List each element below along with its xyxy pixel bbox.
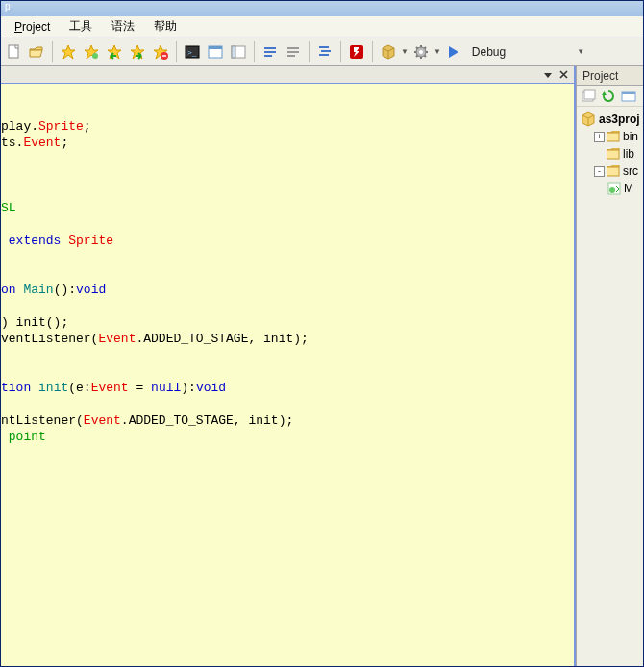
svg-rect-26 — [607, 167, 619, 176]
layout-button[interactable] — [228, 41, 249, 62]
star-del-button[interactable] — [150, 41, 171, 62]
play-button[interactable] — [443, 41, 464, 62]
menu-syntax[interactable]: 语法 — [102, 16, 144, 37]
editor-tab-controls — [1, 66, 574, 84]
svg-point-16 — [419, 50, 423, 54]
dropdown-arrow-icon[interactable]: ▼ — [401, 47, 409, 56]
tree-item-label: bin — [623, 128, 638, 145]
tab-close-button[interactable] — [558, 70, 568, 80]
project-tree[interactable]: as3proj +binlib-srcM — [577, 107, 643, 197]
toolbar-sep — [52, 41, 53, 62]
tree-toggle[interactable]: + — [594, 132, 605, 142]
toolbar-sep — [309, 41, 310, 62]
folder-icon — [607, 131, 620, 142]
window-button[interactable] — [205, 41, 226, 62]
star1-button[interactable] — [58, 41, 79, 62]
svg-point-3 — [92, 53, 98, 59]
settings-button[interactable] — [410, 41, 432, 62]
svg-rect-24 — [607, 133, 619, 141]
project-panel: Project as3proj +binlib-srcM — [576, 66, 643, 666]
as-file-icon — [607, 182, 621, 195]
sync-button[interactable] — [621, 89, 636, 103]
tree-item[interactable]: lib — [581, 145, 643, 162]
dropdown-arrow-icon[interactable]: ▼ — [433, 47, 441, 56]
tree-root[interactable]: as3proj — [581, 111, 643, 128]
new-file-button[interactable] — [3, 41, 24, 62]
editor-pane: play.Sprite;ts.Event;SL extends Spriteon… — [1, 66, 576, 666]
svg-marker-21 — [602, 91, 607, 95]
package-icon — [581, 111, 596, 127]
svg-point-28 — [609, 187, 615, 193]
code-editor[interactable]: play.Sprite;ts.Event;SL extends Spriteon… — [1, 84, 574, 666]
tree-item[interactable]: M — [581, 180, 643, 197]
folder-icon — [607, 148, 620, 160]
svg-rect-13 — [232, 46, 235, 58]
star2-button[interactable] — [81, 41, 102, 62]
tab-menu-button[interactable] — [543, 70, 553, 80]
tree-item-label: src — [623, 162, 638, 180]
project-panel-header: Project — [577, 66, 643, 86]
project-panel-title: Project — [582, 69, 618, 83]
tree-item-label: M — [624, 180, 633, 197]
tree-toggle[interactable]: - — [594, 166, 605, 177]
tree-root-label: as3proj — [599, 111, 640, 128]
dropdown-arrow-icon[interactable]: ▼ — [577, 47, 584, 56]
toolbar-sep — [340, 41, 341, 62]
project-panel-toolbar — [577, 86, 643, 107]
menu-tools[interactable]: 工具 — [60, 16, 102, 37]
svg-text:>_: >_ — [187, 48, 197, 57]
title-text: p — [5, 1, 11, 12]
flash-button[interactable] — [346, 41, 367, 62]
folder-icon — [607, 165, 620, 177]
svg-rect-23 — [622, 92, 635, 94]
svg-rect-25 — [607, 150, 619, 159]
open-button[interactable] — [26, 41, 47, 62]
svg-marker-18 — [544, 73, 552, 78]
tree-item-label: lib — [623, 145, 634, 162]
toolbar-sep — [176, 41, 177, 62]
menu-project[interactable]: Project — [5, 18, 60, 36]
format-button[interactable] — [314, 41, 335, 62]
toolbar-sep — [254, 41, 255, 62]
star-fwd-button[interactable] — [127, 41, 148, 62]
console-button[interactable]: >_ — [182, 41, 203, 62]
menu-project-rest: roject — [22, 20, 50, 34]
tree-item[interactable]: +bin — [581, 128, 643, 145]
menu-help[interactable]: 帮助 — [144, 16, 186, 37]
menu-bar: Project 工具 语法 帮助 — [1, 16, 643, 37]
svg-rect-20 — [584, 90, 595, 99]
refresh-button[interactable] — [602, 89, 615, 103]
svg-marker-17 — [449, 46, 458, 58]
show-hidden-button[interactable] — [581, 89, 596, 103]
comment-button[interactable] — [260, 41, 281, 62]
package-button[interactable] — [378, 41, 399, 62]
svg-marker-1 — [62, 45, 75, 59]
tree-item[interactable]: -src — [581, 162, 643, 180]
toolbar-sep — [372, 41, 373, 62]
star-back-button[interactable] — [104, 41, 125, 62]
toolbar: >_ ▼ ▼ Debug ▼ — [1, 37, 643, 66]
title-bar: p — [1, 1, 643, 16]
svg-rect-11 — [209, 46, 222, 49]
uncomment-button[interactable] — [283, 41, 304, 62]
debug-config-label: Debug — [472, 45, 506, 59]
svg-rect-0 — [9, 45, 18, 58]
